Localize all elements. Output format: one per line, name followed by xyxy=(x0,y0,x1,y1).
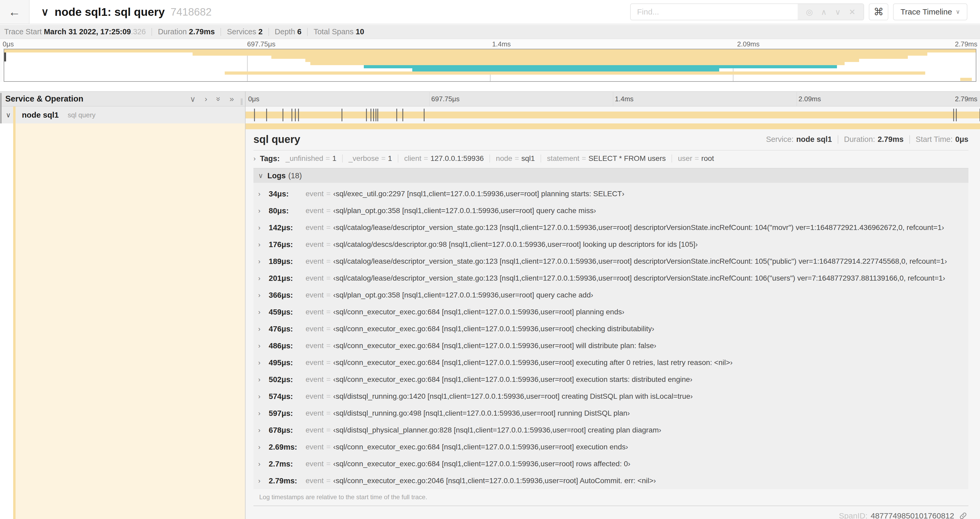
keyboard-shortcuts-button[interactable]: ⌘ xyxy=(869,3,888,20)
log-expand-chevron-icon[interactable]: › xyxy=(258,325,266,333)
trace-id: 7418682 xyxy=(170,6,212,18)
log-row[interactable]: ›2.69ms:event=‹sql/conn_executor_exec.go… xyxy=(253,439,969,455)
clear-search-icon[interactable]: ✕ xyxy=(849,7,855,17)
log-expand-chevron-icon[interactable]: › xyxy=(258,241,266,249)
log-time: 201μs: xyxy=(269,274,302,283)
tag-equals: = xyxy=(381,154,385,163)
locate-icon[interactable]: ◎ xyxy=(806,7,813,17)
log-row[interactable]: ›459μs:event=‹sql/conn_executor_exec.go:… xyxy=(253,303,969,320)
prev-result-icon[interactable]: ∧ xyxy=(821,7,827,17)
expand-one-icon[interactable]: › xyxy=(205,94,207,104)
logs-collapse-chevron-icon[interactable]: ∨ xyxy=(258,172,263,180)
log-expand-chevron-icon[interactable]: › xyxy=(258,409,266,417)
tag-separator xyxy=(342,155,343,163)
log-expand-chevron-icon[interactable]: › xyxy=(258,477,266,485)
tags-row[interactable]: › Tags: _unfinished=1_verbose=1client=12… xyxy=(253,150,969,166)
log-expand-chevron-icon[interactable]: › xyxy=(258,443,266,451)
log-expand-chevron-icon[interactable]: › xyxy=(258,274,266,283)
log-row[interactable]: ›2.7ms:event=‹sql/conn_executor_exec.go:… xyxy=(253,455,969,472)
span-collapse-chevron-icon[interactable]: ∨ xyxy=(6,111,11,119)
find-input[interactable] xyxy=(631,4,798,20)
log-expand-chevron-icon[interactable]: › xyxy=(258,426,266,434)
tag-value: 127.0.0.1:59936 xyxy=(431,154,484,163)
log-expand-chevron-icon[interactable]: › xyxy=(258,342,266,350)
span-duration-bar[interactable] xyxy=(245,112,980,118)
log-row[interactable]: ›142μs:event=‹sql/catalog/lease/descript… xyxy=(253,219,969,236)
span-row: ∨ node sql1 sql query xyxy=(0,107,980,123)
collapse-all-icon[interactable]: » xyxy=(214,97,223,101)
log-row[interactable]: ›486μs:event=‹sql/conn_executor_exec.go:… xyxy=(253,337,969,354)
meta-label: Duration xyxy=(158,27,189,36)
logs-header[interactable]: ∨ Logs (18) xyxy=(253,168,969,183)
detail-meta-label: Service: xyxy=(766,135,794,144)
meta-label: Services xyxy=(227,27,258,36)
log-field-key: event xyxy=(305,443,324,451)
log-field-key: event xyxy=(305,325,324,333)
log-expand-chevron-icon[interactable]: › xyxy=(258,359,266,367)
span-color-accent xyxy=(13,107,16,123)
tag-value: sql1 xyxy=(521,154,535,163)
log-time: 597μs: xyxy=(269,409,302,418)
log-expand-chevron-icon[interactable]: › xyxy=(258,460,266,468)
log-expand-chevron-icon[interactable]: › xyxy=(258,393,266,401)
log-expand-chevron-icon[interactable]: › xyxy=(258,257,266,265)
log-row[interactable]: ›597μs:event=‹sql/distsql_running.go:498… xyxy=(253,405,969,422)
log-row[interactable]: ›495μs:event=‹sql/conn_executor_exec.go:… xyxy=(253,354,969,371)
log-time: 2.79ms: xyxy=(269,476,302,485)
log-field-key: event xyxy=(305,460,324,468)
tag-key: _unfinished xyxy=(286,154,323,163)
meta-suffix: .326 xyxy=(131,27,146,36)
log-row[interactable]: ›502μs:event=‹sql/conn_executor_exec.go:… xyxy=(253,371,969,388)
back-arrow-icon: ← xyxy=(8,5,21,19)
log-row[interactable]: ›201μs:event=‹sql/catalog/lease/descript… xyxy=(253,270,969,287)
log-row[interactable]: ›176μs:event=‹sql/catalog/descs/descript… xyxy=(253,236,969,253)
log-expand-chevron-icon[interactable]: › xyxy=(258,375,266,384)
trace-collapse-chevron-icon[interactable]: ∨ xyxy=(41,6,49,18)
title-wrap: ∨ node sql1: sql query 7418682 xyxy=(41,6,212,18)
tag-item: _verbose=1 xyxy=(348,154,392,163)
log-equals: = xyxy=(326,409,331,417)
span-operation-name: sql query xyxy=(68,111,95,119)
expand-all-icon[interactable]: » xyxy=(229,94,234,104)
minimap-canvas[interactable] xyxy=(4,49,976,82)
next-result-icon[interactable]: ∨ xyxy=(835,7,841,17)
log-equals: = xyxy=(326,443,331,451)
log-expand-chevron-icon[interactable]: › xyxy=(258,224,266,232)
tag-equals: = xyxy=(424,154,428,163)
copy-link-icon[interactable] xyxy=(959,512,967,519)
log-expand-chevron-icon[interactable]: › xyxy=(258,207,266,215)
log-marker-tick xyxy=(298,109,299,121)
log-row[interactable]: ›476μs:event=‹sql/conn_executor_exec.go:… xyxy=(253,320,969,337)
tags-expand-chevron-icon[interactable]: › xyxy=(253,155,256,163)
log-expand-chevron-icon[interactable]: › xyxy=(258,190,266,198)
log-field-key: event xyxy=(305,291,324,299)
page-header: ← ∨ node sql1: sql query 7418682 ◎∧∨✕ ⌘ … xyxy=(0,0,980,24)
trace-view-selector[interactable]: Trace Timeline ∨ xyxy=(893,3,967,20)
log-row[interactable]: ›189μs:event=‹sql/catalog/lease/descript… xyxy=(253,253,969,270)
log-marker-tick xyxy=(341,109,342,121)
log-field-key: event xyxy=(305,392,324,401)
column-resize-handle[interactable]: ∥ xyxy=(240,97,243,105)
collapse-one-icon[interactable]: ∨ xyxy=(190,94,196,104)
ruler-tick-label: 697.75μs xyxy=(431,95,460,103)
span-name-cell[interactable]: ∨ node sql1 sql query xyxy=(0,107,245,123)
span-detail-content: sql query Service:node sql1Duration:2.79… xyxy=(245,129,980,519)
log-row[interactable]: ›678μs:event=‹sql/distsql_physical_plann… xyxy=(253,422,969,439)
span-bar-cell[interactable] xyxy=(245,107,980,123)
log-row[interactable]: ›366μs:event=‹sql/plan_opt.go:358 [nsql1… xyxy=(253,287,969,303)
tag-key: _verbose xyxy=(348,154,379,163)
tag-value: 1 xyxy=(388,154,392,163)
log-marker-tick xyxy=(953,109,954,121)
log-row[interactable]: ›34μs:event=‹sql/exec_util.go:2297 [nsql… xyxy=(253,185,969,202)
tag-separator xyxy=(398,155,398,163)
minimap-span-bar xyxy=(271,56,908,59)
log-row[interactable]: ›2.79ms:event=‹sql/conn_executor_exec.go… xyxy=(253,472,969,489)
log-value: ‹sql/plan_opt.go:358 [nsql1,client=127.0… xyxy=(333,206,596,215)
log-expand-chevron-icon[interactable]: › xyxy=(258,308,266,316)
log-row[interactable]: ›80μs:event=‹sql/plan_opt.go:358 [nsql1,… xyxy=(253,202,969,219)
log-marker-tick xyxy=(423,109,425,121)
page-title: node sql1: sql query xyxy=(54,6,165,18)
log-expand-chevron-icon[interactable]: › xyxy=(258,291,266,299)
log-row[interactable]: ›574μs:event=‹sql/distsql_running.go:142… xyxy=(253,388,969,405)
back-button[interactable]: ← xyxy=(0,0,30,24)
